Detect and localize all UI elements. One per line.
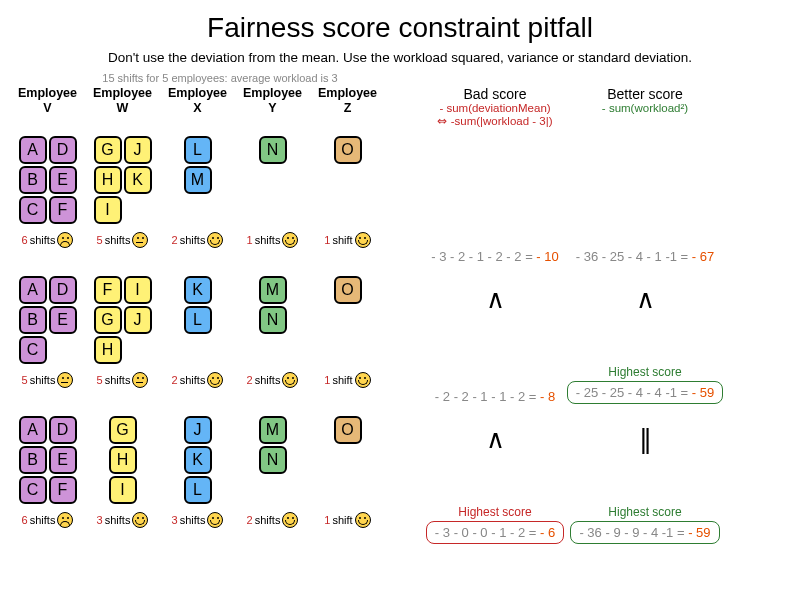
shift-caption: 6 shifts <box>22 512 74 528</box>
mood-icon <box>132 512 148 528</box>
employee-header: EmployeeV <box>10 86 85 128</box>
shift-block: J <box>124 136 152 164</box>
mood-icon <box>132 372 148 388</box>
shift-block: L <box>184 476 212 504</box>
shift-block: A <box>19 276 47 304</box>
employee-cell: LM2 shifts <box>160 136 235 248</box>
shift-block: J <box>124 306 152 334</box>
shift-block: D <box>49 136 77 164</box>
better-score-header: Better score- sum(workload²) <box>570 86 720 128</box>
employee-cell: ABCDE5 shifts <box>10 276 85 388</box>
score-result: - 36 - 25 - 4 - 1 -1 = - 67 <box>576 249 714 264</box>
shift-caption: 3 shifts <box>172 512 224 528</box>
page-title: Fairness score constraint pitfall <box>0 0 800 44</box>
shift-block: C <box>19 196 47 224</box>
shift-block: G <box>94 306 122 334</box>
mood-icon <box>355 372 371 388</box>
mood-icon <box>282 372 298 388</box>
shift-block: B <box>19 306 47 334</box>
score-result: - 25 - 25 - 4 - 4 -1 = - 59 <box>567 381 723 404</box>
shift-block: C <box>19 476 47 504</box>
employee-cell: N1 shifts <box>235 136 310 248</box>
employee-header: EmployeeX <box>160 86 235 128</box>
shift-block: M <box>259 276 287 304</box>
shift-caption: 1 shift <box>324 232 370 248</box>
mood-icon <box>207 232 223 248</box>
employee-header: EmployeeZ <box>310 86 385 128</box>
shift-block: N <box>259 136 287 164</box>
employee-cell: JKL3 shifts <box>160 416 235 528</box>
mood-icon <box>207 512 223 528</box>
shift-block: A <box>19 416 47 444</box>
shift-block: B <box>19 446 47 474</box>
employee-header: EmployeeW <box>85 86 160 128</box>
mood-icon <box>57 512 73 528</box>
better-score-cell: ‖Highest score- 36 - 9 - 9 - 4 -1 = - 59 <box>570 416 720 544</box>
employee-header: EmployeeY <box>235 86 310 128</box>
score-result: - 36 - 9 - 9 - 4 -1 = - 59 <box>570 521 719 544</box>
mood-icon <box>57 232 73 248</box>
shift-block: B <box>19 166 47 194</box>
shift-block: L <box>184 306 212 334</box>
shift-caption: 3 shifts <box>97 512 149 528</box>
bad-score-cell: ∧Highest score- 3 - 0 - 0 - 1 - 2 = - 6 <box>420 416 570 544</box>
shift-block: F <box>49 196 77 224</box>
shift-caption: 5 shifts <box>22 372 74 388</box>
shift-block: K <box>184 446 212 474</box>
shift-block: N <box>259 446 287 474</box>
shift-caption: 2 shifts <box>172 372 224 388</box>
mood-icon <box>57 372 73 388</box>
employee-cell: FGHIJ5 shifts <box>85 276 160 388</box>
shift-block: I <box>109 476 137 504</box>
bad-score-header: Bad score- sum(deviationMean)⇔ -sum(|wor… <box>420 86 570 128</box>
bad-score-cell: - 3 - 2 - 1 - 2 - 2 = - 10 <box>420 136 570 264</box>
shift-block: H <box>94 336 122 364</box>
employee-cell: KL2 shifts <box>160 276 235 388</box>
scenario-row: ABCDEF6 shifts GHIJK5 shifts LM2 shifts … <box>10 136 790 268</box>
score-result: - 3 - 0 - 0 - 1 - 2 = - 6 <box>426 521 564 544</box>
shift-block: E <box>49 446 77 474</box>
shift-caption: 5 shifts <box>97 232 149 248</box>
mood-icon <box>207 372 223 388</box>
shift-block: D <box>49 416 77 444</box>
shift-block: J <box>184 416 212 444</box>
shift-block: O <box>334 416 362 444</box>
employee-cell: ABCDEF6 shifts <box>10 136 85 248</box>
shift-block: N <box>259 306 287 334</box>
comparator-icon: ‖ <box>639 424 652 455</box>
shift-block: I <box>94 196 122 224</box>
comparator-icon: ∧ <box>636 284 655 315</box>
employee-cell: MN2 shifts <box>235 276 310 388</box>
employee-cell: O1 shift <box>310 416 385 528</box>
employee-cell: ABCDEF6 shifts <box>10 416 85 528</box>
scenario-row: ABCDEF6 shifts GHI3 shifts JKL3 shifts M… <box>10 416 790 548</box>
better-score-cell: ∧Highest score- 25 - 25 - 4 - 4 -1 = - 5… <box>570 276 720 404</box>
highest-label: Highest score <box>608 365 681 379</box>
shift-block: E <box>49 306 77 334</box>
bad-score-cell: ∧- 2 - 2 - 1 - 1 - 2 = - 8 <box>420 276 570 404</box>
shift-block: C <box>19 336 47 364</box>
page-subtitle: Don't use the deviation from the mean. U… <box>0 44 800 65</box>
shift-block: H <box>109 446 137 474</box>
shift-block: M <box>259 416 287 444</box>
shift-block: G <box>109 416 137 444</box>
shift-block: K <box>124 166 152 194</box>
shift-caption: 5 shifts <box>97 372 149 388</box>
employee-cell: GHIJK5 shifts <box>85 136 160 248</box>
diagram-grid: EmployeeVEmployeeWEmployeeXEmployeeYEmpl… <box>10 86 790 548</box>
shift-caption: 1 shifts <box>247 232 299 248</box>
score-result: - 2 - 2 - 1 - 1 - 2 = - 8 <box>435 389 555 404</box>
shift-block: F <box>94 276 122 304</box>
mood-icon <box>282 232 298 248</box>
mood-icon <box>282 512 298 528</box>
shift-caption: 2 shifts <box>247 372 299 388</box>
mood-icon <box>132 232 148 248</box>
shift-block: A <box>19 136 47 164</box>
highest-label: Highest score <box>458 505 531 519</box>
scenario-row: ABCDE5 shifts FGHIJ5 shifts KL2 shifts M… <box>10 276 790 408</box>
comparator-icon: ∧ <box>486 424 505 455</box>
comparator-icon: ∧ <box>486 284 505 315</box>
shift-block: H <box>94 166 122 194</box>
highest-label: Highest score <box>608 505 681 519</box>
shift-block: M <box>184 166 212 194</box>
